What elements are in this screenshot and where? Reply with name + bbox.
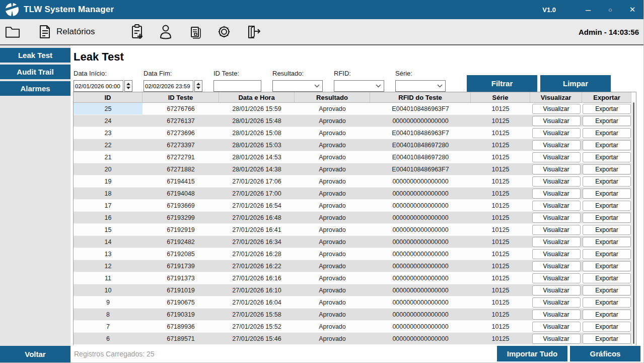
visualizar-button[interactable]: Visualizar [532,116,581,126]
exportar-button[interactable]: Exportar [583,334,631,344]
folder-icon [5,25,20,38]
visualizar-button[interactable]: Visualizar [532,128,581,138]
visualizar-button[interactable]: Visualizar [532,310,581,320]
exportar-button[interactable]: Exportar [583,213,631,223]
exportar-button[interactable]: Exportar [583,310,631,320]
exportar-button[interactable]: Exportar [583,297,631,308]
data-inicio-spinner[interactable] [124,80,132,92]
cell-serie: 10125 [471,163,530,175]
vertical-scrollbar[interactable] [631,92,636,345]
cell-resultado: Aprovado [295,224,370,235]
spin-up-icon [126,83,130,85]
open-folder-button[interactable] [2,21,23,43]
documents-button[interactable] [184,21,205,43]
minimize-button[interactable]: – [577,0,599,19]
visualizar-button[interactable]: Visualizar [532,322,581,332]
filtrar-button[interactable]: Filtrar [467,75,537,92]
exportar-button[interactable]: Exportar [583,322,631,332]
cell-data-hora: 27/01/2026 16:34 [219,236,295,248]
exportar-button[interactable]: Exportar [583,104,631,114]
resultado-select[interactable] [272,80,323,92]
logout-button[interactable] [243,21,264,43]
cell-resultado: Aprovado [295,200,370,211]
visualizar-button[interactable]: Visualizar [532,104,581,114]
serie-select[interactable] [395,80,446,92]
data-fim-label: Data Fim: [144,70,202,77]
add-record-button[interactable] [127,21,148,43]
exportar-button[interactable]: Exportar [583,164,631,174]
data-fim-input[interactable] [144,80,193,92]
cell-serie: 10125 [471,212,530,223]
admin-status-label: Admin - 14:03:56 [579,28,639,36]
cell-data-hora: 28/01/2026 15:03 [219,139,295,151]
visualizar-button[interactable]: Visualizar [532,261,581,271]
sidebar-item-leak-test[interactable]: Leak Test [0,48,70,63]
limpar-button[interactable]: Limpar [540,75,611,92]
exportar-button[interactable]: Exportar [583,140,631,150]
sidebar-item-audit-trail[interactable]: Audit Trail [0,65,70,79]
visualizar-button[interactable]: Visualizar [532,164,581,174]
visualizar-button[interactable]: Visualizar [532,297,581,308]
exportar-button[interactable]: Exportar [583,116,631,126]
cell-serie: 10125 [471,115,530,127]
visualizar-button[interactable]: Visualizar [532,152,581,162]
user-button[interactable] [156,21,175,43]
rfid-select[interactable] [334,80,384,92]
cell-data-hora: 28/01/2026 14:53 [219,151,295,163]
visualizar-button[interactable]: Visualizar [532,285,581,295]
exportar-button[interactable]: Exportar [583,128,631,138]
scrollbar-thumb[interactable] [633,102,634,344]
reports-button[interactable]: Relatórios [34,21,98,43]
table-row: 196719441527/01/2026 17:06Aprovado000000… [74,175,631,188]
cell-data-hora: 28/01/2026 14:38 [219,163,295,175]
cell-resultado: Aprovado [295,236,370,248]
visualizar-button[interactable]: Visualizar [532,237,581,247]
table-row: 256727676628/01/2026 15:59AprovadoE00401… [74,103,631,115]
visualizar-button[interactable]: Visualizar [532,334,581,344]
visualizar-button[interactable]: Visualizar [532,140,581,150]
exportar-button[interactable]: Exportar [583,225,631,235]
visualizar-button[interactable]: Visualizar [532,249,581,259]
importar-tudo-button[interactable]: Importar Tudo [497,346,567,361]
visualizar-button-cell: Visualizar [530,115,582,127]
table-row: 176719366927/01/2026 16:54Aprovado000000… [74,200,631,212]
cell-rfid: E0040108486963F7 [370,103,471,114]
settings-button[interactable] [213,21,235,43]
data-fim-spinner[interactable] [194,80,202,92]
cell-resultado: Aprovado [295,139,370,151]
close-button[interactable]: ✕ [621,0,643,19]
visualizar-button-cell: Visualizar [530,236,582,248]
exportar-button[interactable]: Exportar [583,201,631,211]
exportar-button[interactable]: Exportar [583,273,631,283]
cell-id-teste: 67193669 [142,200,219,211]
exportar-button-cell: Exportar [582,200,631,211]
visualizar-button[interactable]: Visualizar [532,273,581,283]
visualizar-button[interactable]: Visualizar [532,225,581,235]
exportar-button[interactable]: Exportar [583,189,631,199]
visualizar-button[interactable]: Visualizar [532,201,581,211]
cell-id: 22 [74,139,142,151]
cell-serie: 10125 [471,309,530,320]
visualizar-button[interactable]: Visualizar [532,213,581,223]
exportar-button[interactable]: Exportar [583,285,631,295]
exportar-button-cell: Exportar [582,103,631,114]
table-row: 216727279128/01/2026 14:53AprovadoE00401… [74,151,631,163]
maximize-button[interactable]: ○ [599,0,621,19]
visualizar-button-cell: Visualizar [530,139,582,151]
id-teste-input[interactable] [213,80,261,92]
column-header-visualizar: Visualizar [530,92,582,102]
exportar-button[interactable]: Exportar [583,237,631,247]
exportar-button[interactable]: Exportar [583,249,631,259]
visualizar-button[interactable]: Visualizar [532,176,581,187]
exportar-button[interactable]: Exportar [583,261,631,271]
cell-id: 7 [74,321,142,332]
graficos-button[interactable]: Gráficos [570,346,640,361]
cell-rfid: 0000000000000000 [370,175,471,187]
spin-down-icon [196,87,200,89]
sidebar-item-alarmes[interactable]: Alarmes [0,81,70,96]
exportar-button[interactable]: Exportar [583,152,631,162]
exportar-button[interactable]: Exportar [583,176,631,187]
voltar-button[interactable]: Voltar [0,346,70,362]
data-inicio-input[interactable] [74,80,123,92]
visualizar-button[interactable]: Visualizar [532,189,581,199]
